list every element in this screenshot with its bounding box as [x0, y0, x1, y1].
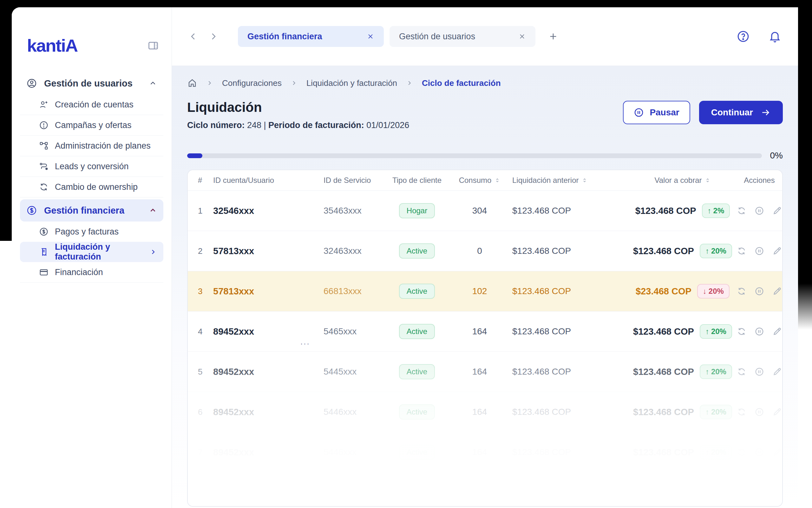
edit-icon[interactable] [772, 448, 782, 457]
previous-liquidation: $123.468 COP [510, 327, 629, 337]
pause-icon[interactable] [755, 448, 764, 457]
previous-liquidation: $123.468 COP [510, 367, 629, 377]
pause-button[interactable]: Pausar [623, 101, 690, 124]
stage: kantiA Gestión de usuarios Creación de [0, 0, 812, 508]
sidebar-section-label: Gestión financiera [44, 205, 142, 216]
sort-icon[interactable] [705, 177, 710, 183]
change-percent: 20% [711, 448, 726, 457]
continue-button[interactable]: Continuar [699, 101, 783, 124]
sidebar-item-label: Pagos y facturas [55, 227, 157, 237]
previous-liquidation: $123.468 COP [510, 447, 629, 457]
pause-button-label: Pausar [650, 108, 679, 118]
pause-icon[interactable] [755, 206, 764, 215]
edit-icon[interactable] [772, 327, 782, 336]
breadcrumb: Configuraciones Liquidación y facturació… [187, 78, 783, 88]
progress-percent: 0% [770, 151, 783, 161]
rerun-icon[interactable] [737, 367, 746, 377]
change-percent: 20% [711, 367, 726, 376]
frame-top [0, 0, 812, 7]
edit-icon[interactable] [772, 407, 782, 417]
sort-icon[interactable] [495, 177, 500, 183]
app-window: kantiA Gestión de usuarios Creación de [12, 7, 798, 508]
help-icon[interactable] [736, 30, 750, 43]
tab-label: Gestión financiera [247, 32, 322, 42]
previous-liquidation: $123.468 COP [510, 206, 629, 216]
amount-to-charge: $123.468 COP [633, 246, 694, 256]
sidebar-item-pagos-y-facturas[interactable]: Pagos y facturas [20, 221, 163, 242]
edit-icon[interactable] [772, 206, 782, 215]
period-label: Periodo de facturación: [268, 120, 364, 130]
sort-icon[interactable] [582, 177, 587, 183]
nav-back-icon[interactable] [188, 32, 198, 41]
change-arrow-icon: ↑ [705, 367, 709, 376]
nav-forward-icon[interactable] [209, 32, 218, 41]
continue-button-label: Continuar [711, 108, 753, 118]
table-body: 1 32546xxx 35463xxx Hogar 304 $123.468 C… [188, 191, 782, 472]
progress-row: 0% [187, 151, 783, 161]
row-number: 7 [188, 448, 210, 457]
bell-icon[interactable] [768, 30, 781, 43]
topbar: Gestión financiera Gestión de usuarios [172, 7, 798, 66]
close-icon[interactable] [367, 33, 374, 40]
tab-gestion-financiera[interactable]: Gestión financiera [238, 26, 384, 47]
change-arrow-icon: ↑ [705, 448, 709, 457]
change-badge: ↑ 20% [700, 324, 732, 339]
sidebar-section-users[interactable]: Gestión de usuarios [20, 72, 163, 94]
change-badge: ↑ 20% [700, 445, 732, 460]
change-arrow-icon: ↑ [705, 327, 709, 336]
edit-icon[interactable] [772, 287, 782, 296]
arrow-right-icon [761, 108, 771, 118]
sidebar-item-financiacion[interactable]: Financiación [20, 262, 163, 283]
dollar-circle-icon [26, 205, 37, 216]
row-number: 4 [188, 327, 210, 337]
pause-circle-icon [634, 108, 644, 118]
consumption-value: 102 [450, 286, 510, 296]
pause-icon[interactable] [755, 287, 764, 296]
pause-icon[interactable] [755, 407, 764, 417]
new-tab-icon[interactable] [548, 31, 558, 42]
table-row: 1 32546xxx 35463xxx Hogar 304 $123.468 C… [188, 191, 782, 231]
rerun-icon[interactable] [737, 287, 746, 296]
sidebar-item-liquidacion-y-facturacion[interactable]: Liquidación y facturación [20, 242, 163, 262]
rerun-icon[interactable] [737, 327, 746, 336]
sidebar-item-leads-y-conversion[interactable]: Leads y conversión [20, 156, 163, 177]
rerun-icon[interactable] [737, 206, 746, 215]
row-number: 3 [188, 287, 210, 296]
edit-icon[interactable] [772, 367, 782, 377]
tab-gestion-de-usuarios[interactable]: Gestión de usuarios [389, 26, 535, 47]
route-icon [39, 162, 48, 171]
change-percent: 20% [708, 287, 724, 296]
change-arrow-icon: ↑ [705, 408, 709, 416]
sidebar-section-finance[interactable]: Gestión financiera [20, 199, 163, 221]
edit-icon[interactable] [772, 246, 782, 256]
account-id: 89452xxx [213, 447, 254, 457]
pause-icon[interactable] [755, 246, 764, 256]
sidebar-item-cambio-de-ownership[interactable]: Cambio de ownership [20, 177, 163, 198]
column-header-client-type: Tipo de cliente [384, 176, 450, 185]
chevron-right-icon [149, 248, 157, 256]
sidebar-item-creacion-de-cuentas[interactable]: Creación de cuentas [20, 94, 163, 115]
client-type-badge: Hogar [399, 203, 435, 218]
sidebar-item-campanas-y-ofertas[interactable]: Campañas y ofertas [20, 115, 163, 136]
rerun-icon[interactable] [737, 246, 746, 256]
account-id: 32546xxx [213, 206, 254, 216]
rerun-icon[interactable] [737, 448, 746, 457]
column-header-value: Valor a cobrar [629, 176, 736, 185]
chevron-right-icon [206, 80, 213, 87]
column-header-previous: Liquidación anterior [510, 176, 629, 185]
breadcrumb-item[interactable]: Configuraciones [222, 78, 282, 88]
column-header-account: ID cuenta/Usuario [210, 176, 321, 185]
sidebar-collapse-icon[interactable] [148, 40, 159, 51]
pause-icon[interactable] [755, 327, 764, 336]
home-icon[interactable] [187, 78, 197, 88]
column-label: Consumo [459, 176, 492, 185]
close-icon[interactable] [518, 33, 526, 40]
change-percent: 2% [713, 206, 725, 215]
sidebar-item-label: Campañas y ofertas [55, 120, 157, 130]
service-id: 5445xxx [321, 367, 384, 377]
breadcrumb-item[interactable]: Liquidación y facturación [306, 78, 397, 88]
rerun-icon[interactable] [737, 407, 746, 417]
cycle-label: Ciclo número: [187, 120, 245, 130]
sidebar-item-administracion-de-planes[interactable]: Administración de planes [20, 136, 163, 156]
pause-icon[interactable] [755, 367, 764, 377]
